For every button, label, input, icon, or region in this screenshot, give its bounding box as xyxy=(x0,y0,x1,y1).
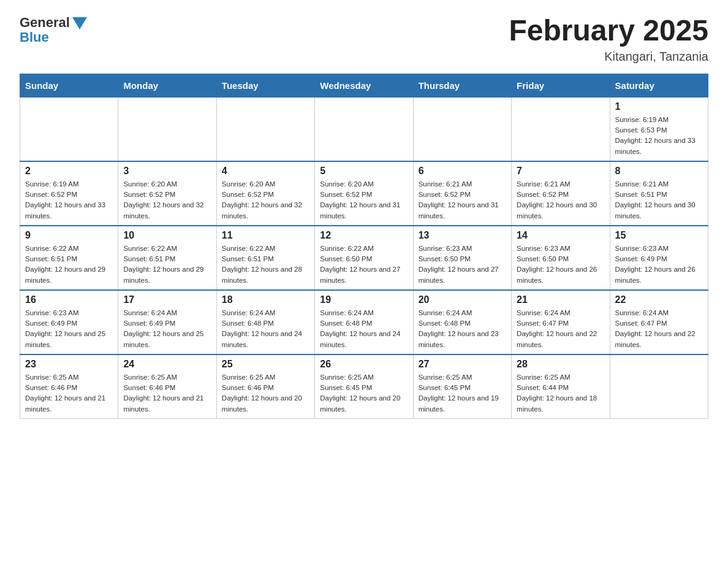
calendar-day-cell: 9Sunrise: 6:22 AMSunset: 6:51 PMDaylight… xyxy=(20,226,118,290)
calendar-week-row: 16Sunrise: 6:23 AMSunset: 6:49 PMDayligh… xyxy=(20,290,708,354)
day-info: Sunrise: 6:20 AMSunset: 6:52 PMDaylight:… xyxy=(320,179,408,221)
calendar-day-cell: 26Sunrise: 6:25 AMSunset: 6:45 PMDayligh… xyxy=(315,354,413,419)
day-number: 18 xyxy=(222,294,309,305)
weekday-header-monday: Monday xyxy=(118,74,216,97)
weekday-header-tuesday: Tuesday xyxy=(216,74,314,97)
day-number: 17 xyxy=(123,294,211,305)
calendar-day-cell: 22Sunrise: 6:24 AMSunset: 6:47 PMDayligh… xyxy=(610,290,708,354)
calendar-table: SundayMondayTuesdayWednesdayThursdayFrid… xyxy=(20,74,708,419)
day-number: 10 xyxy=(123,230,211,241)
day-info: Sunrise: 6:23 AMSunset: 6:49 PMDaylight:… xyxy=(25,308,113,350)
day-number: 13 xyxy=(419,230,506,241)
day-number: 1 xyxy=(615,101,703,112)
calendar-day-cell: 19Sunrise: 6:24 AMSunset: 6:48 PMDayligh… xyxy=(315,290,413,354)
day-number: 14 xyxy=(517,230,604,241)
day-number: 5 xyxy=(320,166,408,177)
calendar-day-cell: 6Sunrise: 6:21 AMSunset: 6:52 PMDaylight… xyxy=(413,161,511,226)
calendar-day-cell: 13Sunrise: 6:23 AMSunset: 6:50 PMDayligh… xyxy=(413,226,511,290)
day-number: 22 xyxy=(615,294,703,305)
day-info: Sunrise: 6:21 AMSunset: 6:52 PMDaylight:… xyxy=(517,179,604,221)
calendar-day-cell: 3Sunrise: 6:20 AMSunset: 6:52 PMDaylight… xyxy=(118,161,216,226)
calendar-day-cell: 1Sunrise: 6:19 AMSunset: 6:53 PMDaylight… xyxy=(610,97,708,161)
logo: General Blue xyxy=(20,15,87,45)
logo-triangle-icon xyxy=(72,17,87,29)
day-number: 6 xyxy=(419,166,506,177)
day-number: 21 xyxy=(517,294,604,305)
calendar-day-cell: 5Sunrise: 6:20 AMSunset: 6:52 PMDaylight… xyxy=(315,161,413,226)
calendar-day-cell xyxy=(216,97,314,161)
calendar-day-cell: 24Sunrise: 6:25 AMSunset: 6:46 PMDayligh… xyxy=(118,354,216,419)
day-info: Sunrise: 6:21 AMSunset: 6:52 PMDaylight:… xyxy=(419,179,506,221)
calendar-title: February 2025 xyxy=(509,15,708,47)
calendar-day-cell: 10Sunrise: 6:22 AMSunset: 6:51 PMDayligh… xyxy=(118,226,216,290)
day-info: Sunrise: 6:24 AMSunset: 6:48 PMDaylight:… xyxy=(222,308,309,350)
calendar-day-cell: 20Sunrise: 6:24 AMSunset: 6:48 PMDayligh… xyxy=(413,290,511,354)
day-number: 12 xyxy=(320,230,408,241)
calendar-week-row: 2Sunrise: 6:19 AMSunset: 6:52 PMDaylight… xyxy=(20,161,708,226)
page-header: General Blue February 2025 Kitangari, Ta… xyxy=(20,15,708,64)
calendar-day-cell: 28Sunrise: 6:25 AMSunset: 6:44 PMDayligh… xyxy=(512,354,610,419)
calendar-day-cell: 4Sunrise: 6:20 AMSunset: 6:52 PMDaylight… xyxy=(216,161,314,226)
day-number: 27 xyxy=(419,359,506,370)
weekday-header-wednesday: Wednesday xyxy=(315,74,413,97)
day-info: Sunrise: 6:20 AMSunset: 6:52 PMDaylight:… xyxy=(222,179,309,221)
calendar-day-cell: 25Sunrise: 6:25 AMSunset: 6:46 PMDayligh… xyxy=(216,354,314,419)
day-number: 19 xyxy=(320,294,408,305)
day-info: Sunrise: 6:24 AMSunset: 6:48 PMDaylight:… xyxy=(419,308,506,350)
calendar-day-cell: 15Sunrise: 6:23 AMSunset: 6:49 PMDayligh… xyxy=(610,226,708,290)
calendar-day-cell: 17Sunrise: 6:24 AMSunset: 6:49 PMDayligh… xyxy=(118,290,216,354)
day-info: Sunrise: 6:25 AMSunset: 6:45 PMDaylight:… xyxy=(419,372,506,415)
day-info: Sunrise: 6:22 AMSunset: 6:51 PMDaylight:… xyxy=(222,243,309,286)
weekday-header-saturday: Saturday xyxy=(610,74,708,97)
day-info: Sunrise: 6:25 AMSunset: 6:46 PMDaylight:… xyxy=(222,372,309,415)
calendar-day-cell: 27Sunrise: 6:25 AMSunset: 6:45 PMDayligh… xyxy=(413,354,511,419)
day-number: 20 xyxy=(419,294,506,305)
day-info: Sunrise: 6:24 AMSunset: 6:49 PMDaylight:… xyxy=(123,308,211,350)
day-number: 8 xyxy=(615,166,703,177)
day-number: 2 xyxy=(25,166,113,177)
title-block: February 2025 Kitangari, Tanzania xyxy=(509,15,708,64)
day-info: Sunrise: 6:20 AMSunset: 6:52 PMDaylight:… xyxy=(123,179,211,221)
weekday-header-sunday: Sunday xyxy=(20,74,118,97)
calendar-day-cell: 7Sunrise: 6:21 AMSunset: 6:52 PMDaylight… xyxy=(512,161,610,226)
day-number: 16 xyxy=(25,294,113,305)
day-number: 25 xyxy=(222,359,309,370)
day-number: 15 xyxy=(615,230,703,241)
day-info: Sunrise: 6:24 AMSunset: 6:47 PMDaylight:… xyxy=(517,308,604,350)
calendar-day-cell: 16Sunrise: 6:23 AMSunset: 6:49 PMDayligh… xyxy=(20,290,118,354)
calendar-day-cell xyxy=(118,97,216,161)
calendar-day-cell xyxy=(610,354,708,419)
weekday-header-friday: Friday xyxy=(512,74,610,97)
calendar-day-cell: 14Sunrise: 6:23 AMSunset: 6:50 PMDayligh… xyxy=(512,226,610,290)
calendar-day-cell: 23Sunrise: 6:25 AMSunset: 6:46 PMDayligh… xyxy=(20,354,118,419)
day-number: 24 xyxy=(123,359,211,370)
weekday-header-row: SundayMondayTuesdayWednesdayThursdayFrid… xyxy=(20,74,708,97)
calendar-week-row: 1Sunrise: 6:19 AMSunset: 6:53 PMDaylight… xyxy=(20,97,708,161)
calendar-day-cell: 12Sunrise: 6:22 AMSunset: 6:50 PMDayligh… xyxy=(315,226,413,290)
logo-general-text: General xyxy=(20,15,70,31)
day-info: Sunrise: 6:19 AMSunset: 6:52 PMDaylight:… xyxy=(25,179,113,221)
day-number: 11 xyxy=(222,230,309,241)
day-info: Sunrise: 6:21 AMSunset: 6:51 PMDaylight:… xyxy=(615,179,703,221)
calendar-day-cell: 11Sunrise: 6:22 AMSunset: 6:51 PMDayligh… xyxy=(216,226,314,290)
day-info: Sunrise: 6:22 AMSunset: 6:50 PMDaylight:… xyxy=(320,243,408,286)
calendar-day-cell xyxy=(413,97,511,161)
day-number: 26 xyxy=(320,359,408,370)
day-number: 28 xyxy=(517,359,604,370)
calendar-day-cell xyxy=(20,97,118,161)
day-number: 23 xyxy=(25,359,113,370)
calendar-week-row: 9Sunrise: 6:22 AMSunset: 6:51 PMDaylight… xyxy=(20,226,708,290)
calendar-day-cell: 2Sunrise: 6:19 AMSunset: 6:52 PMDaylight… xyxy=(20,161,118,226)
day-info: Sunrise: 6:25 AMSunset: 6:44 PMDaylight:… xyxy=(517,372,604,415)
calendar-day-cell: 8Sunrise: 6:21 AMSunset: 6:51 PMDaylight… xyxy=(610,161,708,226)
day-info: Sunrise: 6:22 AMSunset: 6:51 PMDaylight:… xyxy=(123,243,211,286)
calendar-day-cell xyxy=(512,97,610,161)
day-info: Sunrise: 6:23 AMSunset: 6:50 PMDaylight:… xyxy=(419,243,506,286)
day-number: 3 xyxy=(123,166,211,177)
day-info: Sunrise: 6:24 AMSunset: 6:47 PMDaylight:… xyxy=(615,308,703,350)
day-number: 4 xyxy=(222,166,309,177)
day-info: Sunrise: 6:25 AMSunset: 6:45 PMDaylight:… xyxy=(320,372,408,415)
calendar-day-cell: 21Sunrise: 6:24 AMSunset: 6:47 PMDayligh… xyxy=(512,290,610,354)
day-info: Sunrise: 6:19 AMSunset: 6:53 PMDaylight:… xyxy=(615,115,703,157)
day-info: Sunrise: 6:22 AMSunset: 6:51 PMDaylight:… xyxy=(25,243,113,286)
